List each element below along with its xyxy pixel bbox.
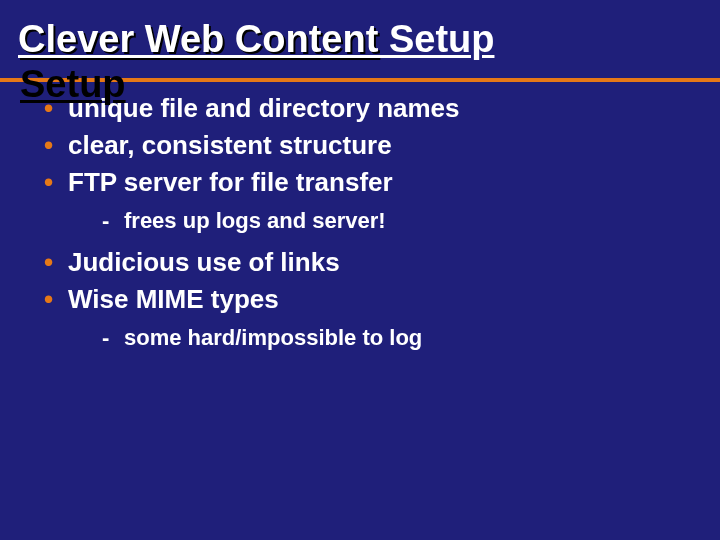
title-wrap: Clever Web Content Setup Clever Web Cont… xyxy=(0,0,720,61)
sub-bullet-text: some hard/impossible to log xyxy=(124,325,422,350)
sub-list-item: some hard/impossible to log xyxy=(68,321,680,354)
bullet-list: unique file and directory names clear, c… xyxy=(40,91,680,354)
title-main: Clever Web Content Setup xyxy=(18,18,494,60)
list-item: Wise MIME types some hard/impossible to … xyxy=(40,282,680,354)
sub-list: frees up logs and server! xyxy=(68,204,680,237)
sub-bullet-text: frees up logs and server! xyxy=(124,208,386,233)
list-item: Judicious use of links xyxy=(40,245,680,280)
bullet-text: Judicious use of links xyxy=(68,247,340,277)
bullet-text: Wise MIME types xyxy=(68,284,279,314)
sub-list: some hard/impossible to log xyxy=(68,321,680,354)
bullet-text: FTP server for file transfer xyxy=(68,167,393,197)
slide-title: Clever Web Content Setup Clever Web Cont… xyxy=(18,18,494,61)
list-item: FTP server for file transfer frees up lo… xyxy=(40,165,680,237)
list-item: clear, consistent structure xyxy=(40,128,680,163)
slide: Clever Web Content Setup Clever Web Cont… xyxy=(0,0,720,540)
sub-list-item: frees up logs and server! xyxy=(68,204,680,237)
bullet-text: clear, consistent structure xyxy=(68,130,392,160)
